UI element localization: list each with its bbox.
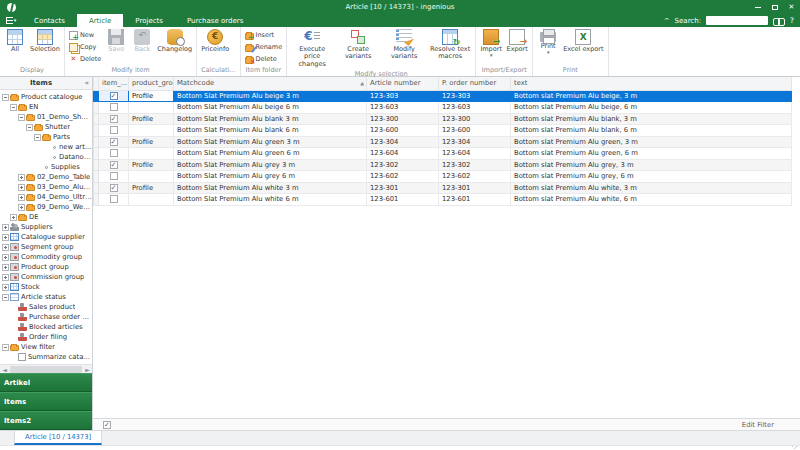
tab-purchase-orders[interactable]: Purchase orders xyxy=(175,14,255,27)
table-row[interactable]: ProfileBottom Slat Premium Alu white 3 m… xyxy=(94,182,792,194)
row-checkbox-cell[interactable] xyxy=(99,136,129,148)
tab-article[interactable]: Article xyxy=(77,14,123,27)
sidebar-collapse-button[interactable]: « xyxy=(82,79,92,87)
copy-button[interactable]: Copy xyxy=(67,41,103,53)
row-checkbox[interactable] xyxy=(110,115,118,123)
collapse-toggle-icon[interactable] xyxy=(18,114,25,121)
collapse-toggle-icon[interactable] xyxy=(2,294,9,301)
tree-item-article-status[interactable]: Article status xyxy=(0,292,92,302)
changelog-button[interactable]: Changelog xyxy=(155,28,194,54)
table-row[interactable]: Bottom Slat Premium Alu white 6 m123-601… xyxy=(94,194,792,206)
help-button[interactable]: ? xyxy=(790,16,794,25)
checkbox[interactable] xyxy=(18,353,26,361)
tree-item-de[interactable]: DE xyxy=(0,212,92,222)
expand-toggle-icon[interactable] xyxy=(2,254,9,261)
expand-toggle-icon[interactable] xyxy=(18,174,25,181)
table-row[interactable]: Bottom Slat Premium Alu grey 6 m123-6021… xyxy=(94,171,792,183)
filter-checkbox[interactable] xyxy=(103,421,111,429)
tree-item-catalogue-supplier[interactable]: Catalogue supplier xyxy=(0,232,92,242)
table-row[interactable]: ProfileBottom Slat Premium Alu green 3 m… xyxy=(94,136,792,148)
rename-button[interactable]: Rename xyxy=(243,41,285,53)
table-row[interactable]: Bottom Slat Premium Alu green 6 m123-604… xyxy=(94,148,792,160)
table-row[interactable]: Bottom Slat Premium Alu beige 6 m123-603… xyxy=(94,102,792,114)
expand-toggle-icon[interactable] xyxy=(10,214,17,221)
search-input[interactable] xyxy=(706,16,768,25)
app-menu-button[interactable]: ▾ xyxy=(0,14,22,27)
row-checkbox-cell[interactable] xyxy=(99,171,129,183)
expand-toggle-icon[interactable] xyxy=(18,184,25,191)
expand-toggle-icon[interactable] xyxy=(2,284,9,291)
collapse-toggle-icon[interactable] xyxy=(34,134,41,141)
column-header-item[interactable]: item_... xyxy=(99,77,129,90)
expand-toggle-icon[interactable] xyxy=(2,274,9,281)
row-checkbox[interactable] xyxy=(110,184,118,192)
tree-item-commission-group[interactable]: Commission group xyxy=(0,272,92,282)
row-checkbox[interactable] xyxy=(110,92,118,100)
column-header-article-number[interactable]: Article number xyxy=(367,77,439,90)
column-header-p-order-number[interactable]: P. order number xyxy=(439,77,511,90)
expand-toggle-icon[interactable] xyxy=(2,234,9,241)
table-row[interactable]: ProfileBottom Slat Premium Alu blank 3 m… xyxy=(94,113,792,125)
column-header-text[interactable]: text xyxy=(511,77,792,90)
collapse-ribbon-button[interactable]: ^ xyxy=(664,17,670,25)
tree-item-view-filter[interactable]: View filter xyxy=(0,342,92,352)
expand-toggle-icon[interactable] xyxy=(2,264,9,271)
sidebar-horizontal-scrollbar[interactable]: ◄ ► xyxy=(0,364,92,373)
row-checkbox-cell[interactable] xyxy=(99,194,129,206)
dock-panel-artikel[interactable]: Artikel xyxy=(0,373,92,392)
dock-panel-items2[interactable]: Items2 xyxy=(0,411,92,430)
document-tab-article[interactable]: Article [10 / 14373] xyxy=(14,431,102,445)
column-header-matchcode[interactable]: Matchcode▲ xyxy=(174,77,367,90)
new-button[interactable]: New xyxy=(67,29,103,41)
execute-price-changes-button[interactable]: Execute price changes xyxy=(289,28,335,69)
tree-item-04-demo-ultralite-doors[interactable]: 04_Demo_Ultralite-Doors xyxy=(0,192,92,202)
all-button[interactable]: All xyxy=(2,28,28,54)
delete-button[interactable]: Delete xyxy=(243,53,285,65)
tree-item-stock[interactable]: Stock xyxy=(0,282,92,292)
table-row[interactable]: ProfileBottom Slat Premium Alu grey 3 m1… xyxy=(94,159,792,171)
expand-toggle-icon[interactable] xyxy=(2,244,9,251)
tree-item-summarize-catalogue[interactable]: Summarize catalogue xyxy=(0,352,92,362)
insert-button[interactable]: Insert xyxy=(243,29,285,41)
tree-item-datanorm-import[interactable]: Datanorm import xyxy=(0,152,92,162)
tree-item-segment-group[interactable]: Segment group xyxy=(0,242,92,252)
tree-item-en[interactable]: EN xyxy=(0,102,92,112)
collapse-toggle-icon[interactable] xyxy=(2,344,9,351)
tree-item-order-filing[interactable]: Order filing xyxy=(0,332,92,342)
dock-panel-items[interactable]: Items xyxy=(0,392,92,411)
row-checkbox-cell[interactable] xyxy=(99,182,129,194)
row-checkbox[interactable] xyxy=(110,149,118,157)
tree-item-parts[interactable]: Parts xyxy=(0,132,92,142)
collapse-toggle-icon[interactable] xyxy=(10,104,17,111)
row-checkbox[interactable] xyxy=(110,172,118,180)
expand-toggle-icon[interactable] xyxy=(18,194,25,201)
tree-item-new-articles[interactable]: new articles xyxy=(0,142,92,152)
export-button[interactable]: Export xyxy=(504,28,530,54)
edit-filter-button[interactable]: Edit Filter xyxy=(742,421,774,429)
collapse-toggle-icon[interactable] xyxy=(26,124,33,131)
print-button[interactable]: Print▾ xyxy=(535,28,561,56)
row-checkbox[interactable] xyxy=(110,126,118,134)
resolve-text-macros-button[interactable]: Resolve text macros xyxy=(427,28,473,62)
row-checkbox[interactable] xyxy=(110,138,118,146)
tree-item-09-demo-webcontrols[interactable]: 09_Demo_Webcontrols xyxy=(0,202,92,212)
tree-item-shutter[interactable]: Shutter xyxy=(0,122,92,132)
expand-toggle-icon[interactable] xyxy=(18,204,25,211)
binoculars-search-icon[interactable] xyxy=(773,17,785,25)
tree-item-product-group[interactable]: Product group xyxy=(0,262,92,272)
tree-item-purchase-order-article[interactable]: Purchase order article xyxy=(0,312,92,322)
tree-item-01-demo-shutter[interactable]: 01_Demo_Shutter xyxy=(0,112,92,122)
maximize-button[interactable] xyxy=(766,0,783,14)
tree-item-product-catalogue[interactable]: Product catalogue xyxy=(0,92,92,102)
tree-item-suppliers[interactable]: Suppliers xyxy=(0,222,92,232)
selection-button[interactable]: Selection xyxy=(28,28,62,54)
row-checkbox[interactable] xyxy=(110,195,118,203)
create-variants-button[interactable]: Create variants xyxy=(335,28,381,62)
close-button[interactable]: ✕ xyxy=(783,0,800,14)
row-checkbox-cell[interactable] xyxy=(99,113,129,125)
table-row[interactable]: Bottom Slat Premium Alu blank 6 m123-600… xyxy=(94,125,792,137)
tab-projects[interactable]: Projects xyxy=(123,14,175,27)
column-header-product-group-id[interactable]: product_group_ID xyxy=(129,77,174,90)
collapse-toggle-icon[interactable] xyxy=(2,94,9,101)
expand-toggle-icon[interactable] xyxy=(2,224,9,231)
